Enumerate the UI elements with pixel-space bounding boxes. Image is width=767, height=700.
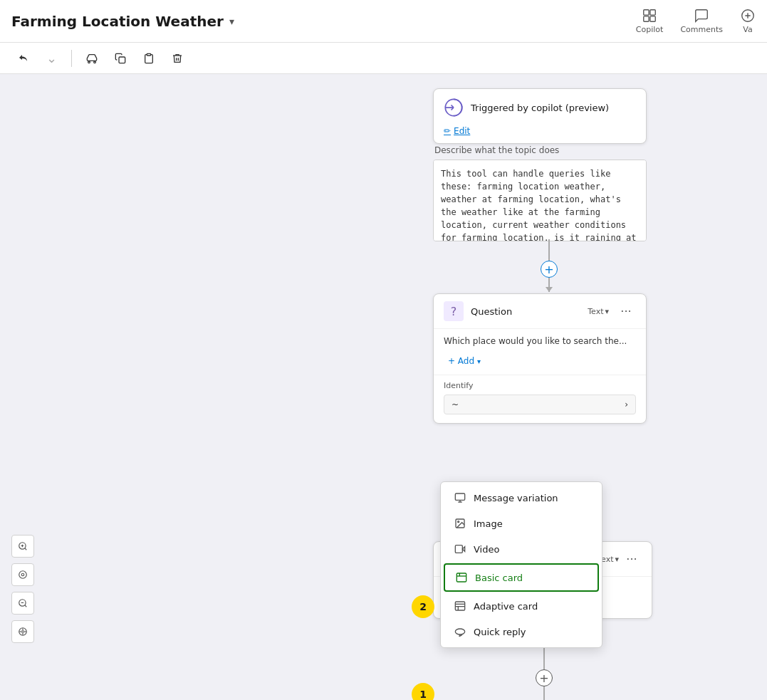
svg-rect-15: [456, 573, 466, 582]
undo-icon: [17, 53, 28, 64]
menu-item-adaptive-card[interactable]: Adaptive card: [444, 593, 599, 619]
bottom-connector: +: [536, 648, 553, 700]
svg-rect-1: [650, 10, 655, 15]
describe-section: Describe what the topic does: [433, 145, 647, 244]
badge-2-label: 2: [419, 601, 427, 612]
delete-icon: [172, 53, 183, 64]
connector-line-1: [548, 239, 550, 261]
copy-icon: [115, 53, 126, 64]
q2-more-button[interactable]: ···: [622, 549, 642, 569]
cut-icon: [86, 53, 98, 64]
cut-button[interactable]: [80, 47, 103, 70]
step-badge-1: 1: [412, 683, 434, 700]
app-title: Farming Location Weather: [11, 13, 224, 30]
svg-rect-0: [644, 10, 649, 15]
canvas-controls: [11, 535, 34, 643]
question-icon: ?: [444, 301, 464, 321]
describe-textarea[interactable]: [433, 160, 647, 241]
trigger-header: Triggered by copilot (preview): [434, 89, 646, 126]
bottom-connector-line: [543, 648, 545, 669]
paste-icon: [143, 53, 155, 64]
undo-button[interactable]: [11, 47, 34, 70]
node-more-button[interactable]: ···: [616, 301, 636, 321]
menu-item-image-label: Image: [474, 518, 503, 529]
menu-item-video[interactable]: Video: [444, 536, 599, 562]
va-button[interactable]: Va: [740, 8, 756, 34]
comments-button[interactable]: Comments: [680, 8, 723, 34]
video-icon: [454, 543, 466, 555]
app-header: Farming Location Weather ▾ Copilot Comme…: [0, 0, 767, 43]
add-chevron-icon: ▾: [477, 357, 481, 365]
connector-1: +: [541, 239, 558, 292]
add-node-button-2[interactable]: +: [536, 669, 553, 686]
delete-button[interactable]: [166, 47, 189, 70]
badge-1-label: 1: [419, 689, 427, 700]
svg-point-28: [19, 571, 27, 579]
describe-label: Describe what the topic does: [433, 145, 647, 155]
paste-button[interactable]: [137, 47, 160, 70]
step-badge-2: 2: [412, 595, 434, 618]
svg-rect-7: [119, 57, 125, 63]
svg-line-24: [25, 548, 27, 550]
identify-row-1[interactable]: ~ ›: [444, 395, 636, 414]
adaptive-card-icon: [454, 600, 466, 612]
toolbar-separator-1: [71, 50, 72, 67]
zoom-out-icon: [18, 598, 28, 608]
fit-icon: [18, 627, 28, 637]
svg-point-22: [455, 629, 464, 634]
zoom-out-button[interactable]: [11, 592, 34, 615]
question-node-1: ? Question Text ▾ ··· Which place would …: [433, 293, 647, 424]
center-icon: [18, 570, 28, 580]
add-node-button-1[interactable]: +: [541, 261, 558, 278]
question-header: ? Question Text ▾ ···: [434, 294, 646, 329]
fit-view-button[interactable]: [11, 620, 34, 643]
comments-icon: [694, 8, 709, 23]
svg-rect-8: [147, 53, 150, 56]
copilot-button[interactable]: Copilot: [636, 8, 664, 34]
text-badge[interactable]: Text ▾: [588, 307, 609, 316]
menu-item-basic-card-label: Basic card: [475, 573, 523, 583]
menu-item-message-variation-label: Message variation: [474, 493, 558, 503]
va-label: Va: [743, 25, 752, 34]
menu-item-basic-card[interactable]: Basic card: [444, 563, 599, 592]
message-variation-icon: [454, 491, 466, 504]
zoom-in-icon: [18, 541, 28, 551]
quick-reply-icon: [454, 625, 466, 638]
identify-section: Identify ~ ›: [434, 375, 646, 423]
copilot-label: Copilot: [636, 25, 664, 34]
svg-point-6: [94, 61, 96, 63]
identify-value: ~: [452, 399, 459, 409]
identify-chevron-icon: ›: [625, 399, 628, 409]
menu-item-quick-reply[interactable]: Quick reply: [444, 619, 599, 644]
bottom-line: [543, 686, 545, 700]
svg-point-27: [21, 573, 24, 576]
trigger-title: Triggered by copilot (preview): [471, 103, 609, 113]
title-chevron-icon[interactable]: ▾: [229, 16, 234, 27]
svg-point-12: [458, 521, 459, 523]
copilot-icon: [642, 8, 657, 23]
svg-rect-10: [455, 493, 464, 500]
question-body: Which place would you like to search the…: [434, 329, 646, 375]
menu-item-adaptive-card-label: Adaptive card: [474, 601, 538, 612]
redo-button[interactable]: ⌄: [40, 47, 63, 70]
connector-arrow-1: [548, 278, 550, 292]
menu-item-quick-reply-label: Quick reply: [474, 627, 526, 637]
toolbar: ⌄: [0, 43, 767, 74]
menu-item-image[interactable]: Image: [444, 511, 599, 536]
menu-item-video-label: Video: [474, 544, 499, 555]
image-icon: [454, 517, 466, 530]
menu-item-message-variation[interactable]: Message variation: [444, 485, 599, 511]
svg-rect-2: [644, 16, 649, 21]
svg-line-30: [25, 605, 27, 607]
comments-label: Comments: [680, 25, 723, 34]
svg-point-5: [88, 61, 90, 63]
add-dropdown-menu: Message variation Image Video: [440, 481, 602, 648]
center-view-button[interactable]: [11, 563, 34, 586]
basic-card-icon: [455, 571, 468, 584]
add-option-button[interactable]: + Add ▾: [444, 355, 485, 367]
trigger-edit-link[interactable]: ✏ Edit: [444, 126, 636, 136]
header-right: Copilot Comments Va: [636, 8, 756, 34]
copy-button[interactable]: [109, 47, 132, 70]
svg-rect-3: [650, 16, 655, 21]
zoom-in-button[interactable]: [11, 535, 34, 558]
